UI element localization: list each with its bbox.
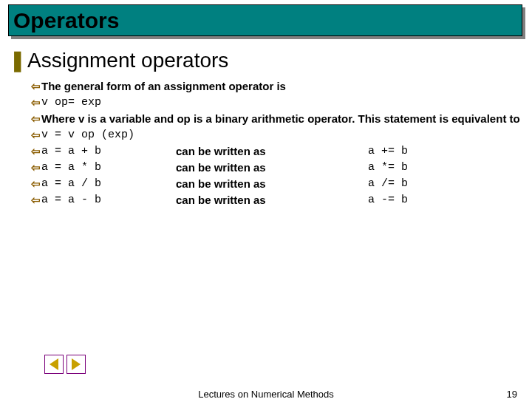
expand-code: v = v op (exp) [41, 127, 134, 143]
bullet-intro: ⇦ The general form of an assignment oper… [31, 78, 523, 95]
title-box: Operators [8, 4, 522, 36]
arrow-left-icon: ⇦ [31, 111, 41, 127]
arrow-left-icon: ⇦ [31, 176, 41, 192]
table-row: ⇦ a = a * b can be written as a *= b [31, 160, 523, 176]
example-mid: can be written as [176, 143, 368, 160]
examples-table: ⇦ a = a + b can be written as a += b ⇦ a… [31, 143, 523, 208]
slide-title: Operators [13, 8, 119, 33]
heading-text: Assignment operators [27, 49, 228, 72]
example-lhs: a = a - b [41, 192, 176, 208]
nav-buttons [44, 355, 86, 374]
heading-bullet-icon: ❚ [9, 49, 26, 72]
triangle-right-icon [72, 358, 81, 370]
triangle-left-icon [50, 358, 58, 370]
arrow-left-icon: ⇦ [31, 192, 41, 208]
example-lhs: a = a + b [41, 143, 176, 160]
content-area: ❚ Assignment operators ⇦ The general for… [9, 49, 523, 208]
example-mid: can be written as [176, 192, 368, 208]
arrow-left-icon: ⇦ [31, 160, 41, 176]
heading-row: ❚ Assignment operators [9, 49, 523, 72]
example-rhs: a *= b [368, 160, 471, 176]
footer-center-text: Lectures on Numerical Methods [0, 389, 532, 399]
intro-text: The general form of an assignment operat… [41, 78, 286, 95]
table-row: ⇦ a = a + b can be written as a += b [31, 143, 523, 160]
example-mid: can be written as [176, 176, 368, 192]
example-rhs: a += b [368, 143, 471, 160]
arrow-left-icon: ⇦ [31, 143, 41, 160]
page-number: 19 [507, 389, 517, 399]
example-mid: can be written as [176, 160, 368, 176]
form-code: v op= exp [41, 95, 101, 111]
arrow-left-icon: ⇦ [31, 78, 41, 95]
example-rhs: a /= b [368, 176, 471, 192]
example-rhs: a -= b [368, 192, 471, 208]
prev-slide-button[interactable] [44, 355, 64, 374]
bullet-form: ⇦ v op= exp [31, 95, 523, 111]
slide: Operators ❚ Assignment operators ⇦ The g… [0, 0, 532, 399]
table-row: ⇦ a = a / b can be written as a /= b [31, 176, 523, 192]
example-lhs: a = a / b [41, 176, 176, 192]
body-block: ⇦ The general form of an assignment oper… [31, 78, 523, 143]
example-lhs: a = a * b [41, 160, 176, 176]
arrow-left-icon: ⇦ [31, 95, 41, 111]
bullet-expand: ⇦ v = v op (exp) [31, 127, 523, 143]
arrow-left-icon: ⇦ [31, 127, 41, 143]
next-slide-button[interactable] [66, 355, 86, 374]
where-text: Where v is a variable and op is a binary… [41, 111, 520, 127]
bullet-where: ⇦ Where v is a variable and op is a bina… [31, 111, 523, 127]
table-row: ⇦ a = a - b can be written as a -= b [31, 192, 523, 208]
